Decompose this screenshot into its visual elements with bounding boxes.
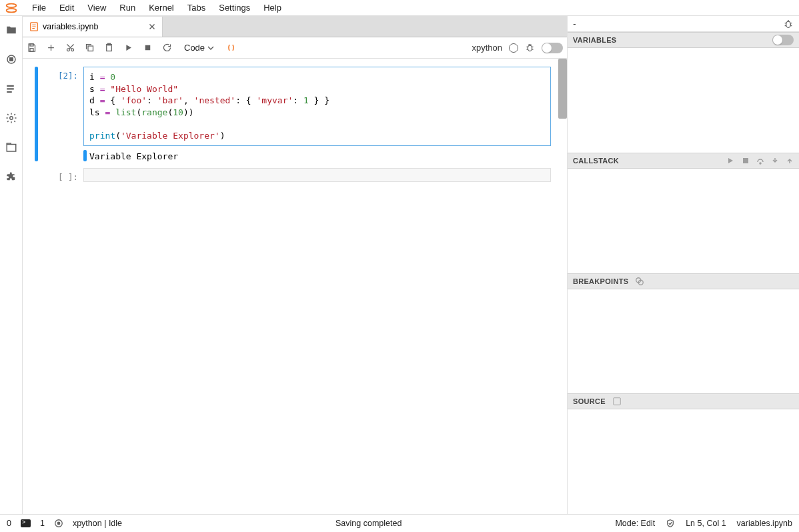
paste-icon[interactable] (104, 43, 114, 53)
svg-point-7 (9, 117, 13, 120)
svg-rect-5 (7, 88, 14, 89)
chevron-down-icon (207, 45, 214, 51)
svg-rect-24 (614, 398, 621, 405)
prompt: [ ]: (39, 168, 83, 182)
code-cell[interactable]: [2]: i = 0 s = "Hello World" d = { 'foo'… (27, 64, 563, 165)
menu-view[interactable]: View (81, 1, 113, 14)
cut-icon[interactable] (65, 43, 75, 53)
step-in-icon[interactable] (771, 157, 779, 165)
variables-toggle[interactable] (772, 35, 794, 45)
source-body (568, 409, 799, 514)
restart-icon[interactable] (162, 43, 172, 53)
tab-variables-ipynb[interactable]: variables.ipynb (23, 17, 163, 37)
notebook-body[interactable]: [2]: i = 0 s = "Hello World" d = { 'foo'… (23, 59, 567, 514)
terminate-icon[interactable] (742, 157, 750, 165)
kernel-name[interactable]: xpython (472, 43, 502, 53)
stop-icon[interactable] (143, 43, 153, 53)
rp-section-breakpoints[interactable]: BREAKPOINTS (568, 273, 799, 289)
svg-rect-4 (7, 85, 14, 87)
rp-section-source[interactable]: SOURCE (568, 393, 799, 409)
rp-section-variables[interactable]: VARIABLES (568, 32, 799, 48)
svg-rect-20 (743, 158, 748, 163)
menu-kernel[interactable]: Kernel (142, 1, 181, 14)
menu-help[interactable]: Help (257, 1, 288, 14)
insert-cell-icon[interactable] (46, 43, 56, 53)
output-indicator (83, 150, 87, 161)
settings-gear-icon[interactable] (5, 112, 17, 124)
tabs-icon[interactable] (5, 141, 17, 153)
jupyter-logo-icon (4, 1, 19, 15)
code-input[interactable] (83, 168, 551, 182)
svg-rect-10 (30, 44, 33, 46)
code-input[interactable]: i = 0 s = "Hello World" d = { 'foo': 'ba… (83, 67, 551, 146)
sb-cursor[interactable]: Ln 5, Col 1 (686, 519, 726, 528)
bug-icon[interactable] (783, 19, 794, 29)
continue-icon[interactable] (727, 157, 735, 165)
svg-point-18 (528, 45, 532, 51)
render-icon[interactable] (226, 43, 236, 53)
kernel-status-icon[interactable] (509, 43, 518, 53)
bug-icon[interactable] (525, 43, 535, 53)
statusbar: 0 1 xpython | Idle Saving completed Mode… (0, 514, 799, 532)
prompt: [2]: (39, 67, 83, 161)
cell-output: Variable Explorer (88, 150, 178, 161)
svg-point-0 (7, 3, 17, 7)
sb-saving-status: Saving completed (133, 519, 604, 528)
menubar: File Edit View Run Kernel Tabs Settings … (0, 0, 799, 16)
svg-rect-6 (7, 91, 12, 93)
svg-rect-11 (30, 49, 33, 51)
status-lsp-icon[interactable] (54, 519, 63, 528)
notebook-toolbar: Code xpython (23, 37, 567, 59)
close-icon[interactable] (147, 22, 157, 31)
svg-rect-3 (9, 58, 13, 61)
commands-icon[interactable] (5, 83, 17, 95)
sb-kernel-count[interactable]: 0 (7, 519, 11, 528)
breakpoints-body (568, 289, 799, 394)
open-source-icon[interactable] (612, 397, 622, 406)
terminal-icon[interactable] (21, 519, 31, 527)
svg-rect-17 (145, 45, 151, 51)
scrollbar[interactable] (558, 59, 567, 514)
svg-rect-8 (7, 145, 16, 152)
cell-type-label: Code (184, 43, 205, 53)
running-icon[interactable] (5, 53, 17, 65)
main-area: variables.ipynb Code xpyth (23, 16, 567, 514)
code-cell-empty[interactable]: [ ]: (27, 165, 563, 186)
svg-rect-14 (88, 46, 93, 51)
close-all-icon[interactable] (635, 277, 644, 286)
left-sidebar (0, 16, 23, 514)
sb-mode[interactable]: Mode: Edit (615, 519, 655, 528)
cell-indicator (35, 168, 38, 182)
notebook-icon (29, 22, 39, 31)
svg-point-21 (760, 163, 761, 164)
tab-title: variables.ipynb (43, 22, 98, 31)
rp-section-callstack[interactable]: CALLSTACK (568, 153, 799, 169)
svg-point-1 (7, 8, 17, 11)
menu-settings[interactable]: Settings (212, 1, 257, 14)
debugger-toggle[interactable] (542, 43, 563, 53)
trusted-icon[interactable] (666, 519, 675, 528)
copy-icon[interactable] (85, 43, 95, 53)
menu-edit[interactable]: Edit (53, 1, 81, 14)
puzzle-icon[interactable] (5, 171, 17, 183)
tabbar: variables.ipynb (23, 16, 567, 37)
step-over-icon[interactable] (756, 157, 764, 165)
step-out-icon[interactable] (786, 157, 794, 165)
cell-type-select[interactable]: Code (181, 42, 217, 53)
menu-tabs[interactable]: Tabs (181, 1, 212, 14)
cell-active-indicator (35, 67, 38, 161)
svg-point-19 (786, 21, 791, 27)
menu-file[interactable]: File (25, 1, 53, 14)
svg-point-26 (57, 522, 60, 525)
variables-body (568, 48, 799, 153)
run-icon[interactable] (123, 43, 133, 53)
save-icon[interactable] (27, 43, 37, 53)
sb-kernel-status[interactable]: xpython | Idle (73, 519, 122, 528)
sb-terminal-count[interactable]: 1 (40, 519, 45, 528)
scrollbar-thumb[interactable] (558, 59, 567, 119)
folder-icon[interactable] (5, 24, 17, 36)
rp-title: - (568, 16, 799, 32)
menu-run[interactable]: Run (113, 1, 142, 14)
callstack-body (568, 169, 799, 273)
sb-filename[interactable]: variables.ipynb (737, 519, 792, 528)
